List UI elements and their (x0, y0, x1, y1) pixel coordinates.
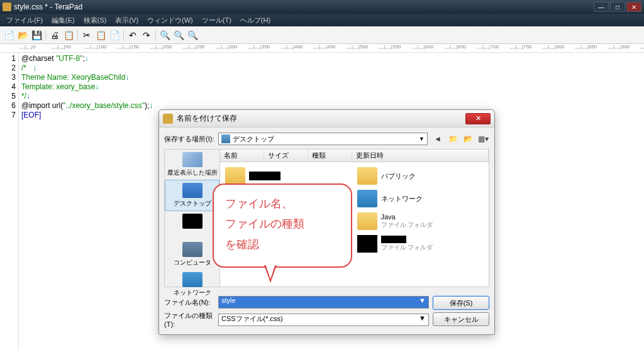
redo-icon[interactable]: ↷ (140, 29, 153, 41)
window-title: style.css * - TeraPad (14, 3, 594, 11)
copy-icon[interactable]: 📋 (94, 29, 107, 41)
open-file-icon[interactable]: 📂 (16, 29, 29, 41)
sidebar-network[interactable]: ネットワーク (165, 270, 219, 300)
sidebar-redacted[interactable] (165, 211, 219, 239)
dialog-title-bar: 名前を付けて保存 ✕ (159, 110, 494, 128)
filetype-label: ファイルの種類(T): (164, 311, 214, 328)
paste-icon[interactable]: 📄 (108, 29, 121, 41)
chevron-down-icon: ▼ (419, 136, 425, 142)
network-icon (182, 272, 203, 287)
menu-help[interactable]: ヘルプ(H) (236, 14, 274, 26)
location-value: デスクトップ (233, 134, 274, 144)
menu-window[interactable]: ウィンドウ(W) (143, 14, 197, 26)
jump-icon[interactable]: 🔍 (186, 29, 199, 41)
menu-view[interactable]: 表示(V) (111, 14, 142, 26)
ruler: ,,,,|,,,,|0,,,,|,,,,|50,,,,|,,,,|100,,,,… (0, 44, 644, 53)
list-item[interactable]: ネットワーク (355, 187, 487, 210)
redacted-icon (357, 235, 377, 253)
location-combo[interactable]: デスクトップ ▼ (218, 133, 428, 145)
save-button[interactable]: 保存(S) (433, 296, 489, 310)
list-item[interactable]: Java ファイル フォルダ (355, 210, 487, 232)
menu-edit[interactable]: 編集(E) (48, 14, 79, 26)
folder-icon (357, 167, 377, 185)
list-item[interactable]: ファイル フォルダ (355, 232, 487, 255)
preview-icon[interactable]: 📋 (62, 29, 75, 41)
replace-icon[interactable]: 🔍 (172, 29, 185, 41)
list-item[interactable]: パブリック (355, 165, 487, 187)
up-icon[interactable]: 📁 (447, 133, 459, 145)
annotation-bubble: ファイル名、 ファイルの種類 を確認 (213, 183, 352, 268)
filetype-select[interactable]: CSSファイル(*.css)▼ (218, 314, 429, 326)
new-folder-icon[interactable]: 📂 (462, 133, 474, 145)
dialog-sidebar: 最近表示した場所 デスクトップ コンピュータ ネットワーク (164, 149, 219, 287)
view-mode-icon[interactable]: ▦▾ (477, 133, 489, 145)
app-icon (3, 3, 11, 11)
filename-label: ファイル名(N): (164, 298, 214, 307)
redacted-icon (182, 214, 203, 229)
save-file-icon[interactable]: 💾 (30, 29, 43, 41)
folder-icon (357, 212, 377, 230)
cancel-button[interactable]: キャンセル (433, 312, 489, 326)
recent-places-icon (182, 152, 203, 167)
minimize-button[interactable]: — (594, 2, 609, 12)
dialog-close-button[interactable]: ✕ (465, 113, 491, 124)
menu-bar: ファイル(F) 編集(E) 検索(S) 表示(V) ウィンドウ(W) ツール(T… (0, 14, 644, 26)
network-folder-icon (357, 190, 377, 207)
print-icon[interactable]: 🖨 (48, 29, 61, 41)
title-bar: style.css * - TeraPad — □ ✕ (0, 0, 644, 14)
list-header: 名前 サイズ 種類 更新日時 (220, 150, 489, 162)
location-label: 保存する場所(I): (164, 134, 214, 144)
toolbar: 📄 📂 💾 🖨 📋 ✂ 📋 📄 ↶ ↷ 🔍 🔍 🔍 (0, 26, 644, 44)
annotation-tail-inner (265, 264, 275, 279)
col-name[interactable]: 名前 (220, 150, 264, 161)
col-type[interactable]: 種類 (308, 150, 352, 161)
line-gutter: 1234567 (0, 53, 19, 350)
sidebar-computer[interactable]: コンピュータ (165, 239, 219, 270)
sidebar-desktop[interactable]: デスクトップ (165, 180, 219, 211)
col-size[interactable]: サイズ (264, 150, 308, 161)
close-button[interactable]: ✕ (626, 2, 641, 12)
folder-icon (225, 167, 245, 185)
menu-file[interactable]: ファイル(F) (3, 14, 47, 26)
cut-icon[interactable]: ✂ (80, 29, 93, 41)
desktop-side-icon (182, 183, 203, 198)
maximize-button[interactable]: □ (610, 2, 625, 12)
col-date[interactable]: 更新日時 (352, 150, 489, 161)
dialog-title: 名前を付けて保存 (177, 113, 465, 124)
desktop-icon (221, 134, 230, 143)
back-icon[interactable]: ◄ (431, 133, 444, 145)
new-file-icon[interactable]: 📄 (3, 29, 15, 41)
redacted-label (381, 236, 406, 243)
filename-input[interactable]: style▼ (218, 296, 429, 309)
computer-icon (182, 242, 203, 257)
menu-tool[interactable]: ツール(T) (198, 14, 235, 26)
search-icon[interactable]: 🔍 (158, 29, 171, 41)
menu-search[interactable]: 検索(S) (80, 14, 111, 26)
dialog-icon (163, 114, 173, 124)
redacted-label (249, 172, 280, 180)
undo-icon[interactable]: ↶ (126, 29, 139, 41)
sidebar-recent[interactable]: 最近表示した場所 (165, 150, 219, 180)
